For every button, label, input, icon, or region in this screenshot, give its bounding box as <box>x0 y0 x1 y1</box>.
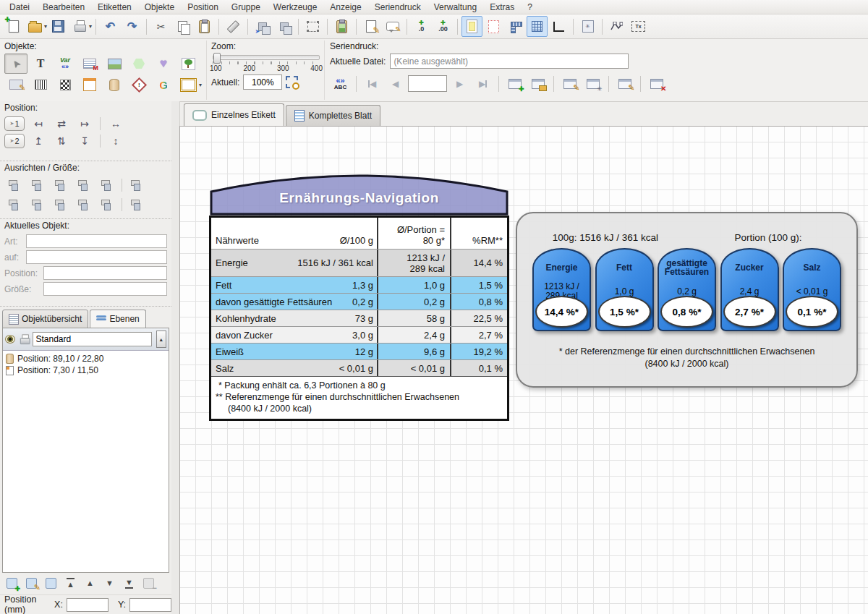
transform-frame-button[interactable] <box>302 16 323 37</box>
field-abc-button[interactable] <box>330 73 351 94</box>
heart-shape-button[interactable] <box>152 54 175 74</box>
select-cursor-button[interactable] <box>4 54 27 74</box>
last-record-button[interactable]: ▶ <box>472 73 493 94</box>
ruler-toggle[interactable] <box>505 16 526 37</box>
object-position-field[interactable] <box>43 266 167 280</box>
distribute-h-button[interactable] <box>74 176 94 194</box>
align-objects-center-v-button[interactable] <box>27 196 48 213</box>
tab-einzelnes-etikett[interactable]: Einzelnes Etikett <box>184 103 284 126</box>
barcode-button[interactable] <box>29 74 52 95</box>
cut-button[interactable] <box>150 16 171 37</box>
position-preset-2-button[interactable]: 2 <box>4 134 25 148</box>
align-left-edge-button[interactable] <box>29 116 48 132</box>
object-size-field[interactable] <box>43 282 167 296</box>
tab-komplettes-blatt[interactable]: Komplettes Blatt <box>286 105 380 126</box>
menu-etiketten[interactable]: Etiketten <box>91 1 138 14</box>
zoom-slider[interactable] <box>213 55 320 60</box>
wordart-button[interactable] <box>152 74 175 95</box>
paste-button[interactable] <box>194 16 215 37</box>
art-field[interactable] <box>26 234 167 248</box>
polygon-tool-button[interactable] <box>127 54 150 74</box>
copy-layer-button[interactable] <box>42 574 60 592</box>
menu-bearbeiten[interactable]: Bearbeiten <box>36 1 91 14</box>
text-tool-button[interactable] <box>29 54 52 74</box>
menu-objekte[interactable]: Objekte <box>138 1 181 14</box>
align-objects-right-button[interactable] <box>51 176 71 194</box>
auf-field[interactable] <box>26 250 167 264</box>
list-item[interactable]: Position: 89,10 / 22,80 <box>4 353 167 364</box>
previous-record-button[interactable]: ◀ <box>385 73 406 94</box>
menu-extras[interactable]: Extras <box>483 1 521 14</box>
menu-help[interactable]: ? <box>521 1 539 14</box>
zoom-fit-icon[interactable] <box>286 76 298 88</box>
clipart-button[interactable] <box>176 54 200 74</box>
new-label-button[interactable] <box>3 16 24 37</box>
cylinder-shape-button[interactable] <box>103 74 126 95</box>
new-datafile-button[interactable] <box>504 73 525 94</box>
nutrition-table-object[interactable]: NährwerteØ/100 g Ø/Portion =80 g* %RM** … <box>209 216 509 421</box>
save-button[interactable] <box>48 16 69 37</box>
decimal-one-button[interactable] <box>411 16 432 37</box>
snap-button[interactable] <box>577 16 598 37</box>
warning-symbol-button[interactable] <box>127 74 150 95</box>
next-record-button[interactable]: ▶ <box>449 73 470 94</box>
guides-toggle[interactable] <box>548 16 569 37</box>
move-down-button[interactable] <box>101 574 119 592</box>
same-height-button[interactable] <box>97 196 117 213</box>
variable-text-button[interactable] <box>54 54 77 74</box>
edit-notes-button[interactable] <box>360 16 381 37</box>
move-to-front-button[interactable] <box>61 574 80 592</box>
bring-forward-button[interactable] <box>273 16 294 37</box>
comment-button[interactable] <box>382 16 403 37</box>
center-horizontal-button[interactable] <box>52 116 71 132</box>
send-backward-button[interactable] <box>252 16 273 37</box>
curve-tool-button[interactable] <box>606 16 627 37</box>
menu-werkzeuge[interactable]: Werkzeuge <box>267 1 323 14</box>
form-edit-button[interactable] <box>4 74 27 95</box>
open-button[interactable] <box>25 16 46 37</box>
align-right-edge-button[interactable] <box>75 116 94 132</box>
open-datafile-button[interactable] <box>527 73 548 94</box>
frame-button[interactable] <box>176 74 200 95</box>
layer-spinner-up[interactable] <box>156 331 166 348</box>
move-up-button[interactable] <box>81 574 99 592</box>
x-coordinate-input[interactable] <box>67 598 109 612</box>
zoom-slider-thumb[interactable] <box>213 53 221 64</box>
qrcode-button[interactable] <box>54 74 77 95</box>
edit-layer-button[interactable] <box>22 574 41 592</box>
image-tool-button[interactable] <box>103 54 126 74</box>
menu-verwaltung[interactable]: Verwaltung <box>427 1 483 14</box>
tab-objektuebersicht[interactable]: Objektübersicht <box>2 310 88 328</box>
text-frame-button[interactable] <box>628 16 649 37</box>
add-layer-button[interactable] <box>3 574 21 592</box>
edit-table-button[interactable] <box>614 73 635 94</box>
list-item[interactable]: Position: 7,30 / 11,50 <box>4 364 167 376</box>
distribute-v-button[interactable] <box>74 196 94 213</box>
paste-image-button[interactable] <box>331 16 352 37</box>
label-view-toggle[interactable] <box>461 16 482 37</box>
align-bottom-edge-button[interactable] <box>75 133 94 149</box>
window-object-button[interactable] <box>78 74 101 95</box>
copy-button[interactable] <box>172 16 193 37</box>
memo-text-button[interactable] <box>78 54 101 74</box>
remove-layer-button[interactable] <box>140 574 158 592</box>
align-objects-left-button[interactable] <box>4 176 25 194</box>
badge-panel-object[interactable]: 100g: 1516 kJ / 361 kcal Portion (100 g)… <box>516 212 858 388</box>
menu-anzeige[interactable]: Anzeige <box>323 1 367 14</box>
design-canvas[interactable]: Ernährungs-Navigation NährwerteØ/100 g Ø… <box>179 126 868 614</box>
stretch-vertical-button[interactable] <box>106 133 125 149</box>
menu-gruppe[interactable]: Gruppe <box>225 1 267 14</box>
record-number-input[interactable] <box>408 75 447 92</box>
same-width-button[interactable] <box>127 176 147 194</box>
align-objects-bottom-button[interactable] <box>51 196 71 213</box>
position-preset-1-button[interactable]: 1 <box>4 116 25 131</box>
menu-seriendruck[interactable]: Seriendruck <box>368 1 427 14</box>
stretch-horizontal-button[interactable] <box>106 116 125 132</box>
undo-button[interactable] <box>100 16 121 37</box>
zoom-value-input[interactable] <box>243 74 282 90</box>
record-settings-button[interactable] <box>582 73 603 94</box>
center-vertical-button[interactable] <box>52 133 71 149</box>
align-to-edge-h-button[interactable] <box>97 176 117 194</box>
edit-record-button[interactable] <box>559 73 580 94</box>
page-outline-toggle[interactable] <box>483 16 504 37</box>
